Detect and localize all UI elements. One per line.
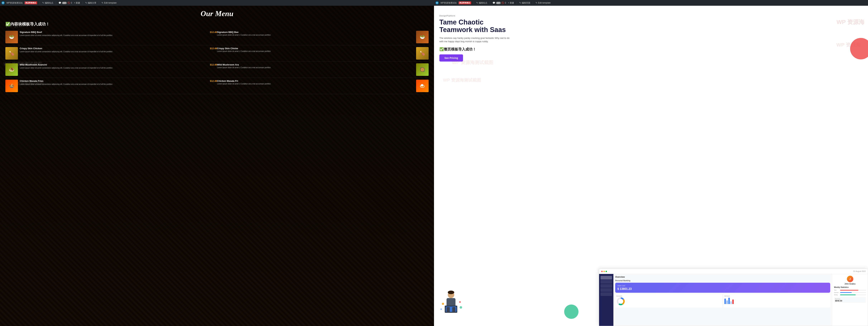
stat-fill-taxi	[840, 290, 858, 291]
edit-page-right[interactable]: ✎ 编辑页面	[519, 1, 530, 4]
edit-site-right[interactable]: ✎ 编辑站点	[476, 1, 487, 4]
food-img-masala-r: 🍛	[416, 79, 429, 92]
pending-right: 🚫	[501, 2, 504, 4]
menu-item-masala-r: Chicken Masala Fri Lorem ipsum dolor sit…	[217, 78, 429, 94]
sidebar-item-sectors[interactable]	[600, 288, 612, 292]
item-price-3: $12.48	[210, 63, 217, 66]
menu-item-img-masala-r: 🍛	[416, 79, 429, 92]
edit-template-right[interactable]: ✎ Edit template	[535, 2, 551, 4]
weekly-stats-title: Weekly Statistics	[834, 286, 866, 288]
divider-r1	[473, 1, 474, 4]
menu-item-img-bbq-r: 🥗	[416, 31, 429, 43]
divider-1	[39, 1, 40, 4]
avatar: J	[847, 276, 853, 282]
stat-label-services: Services	[724, 295, 829, 297]
dot-green	[606, 271, 607, 272]
person-svg	[439, 290, 463, 315]
menu-item-info-bbq: Signature BBQ Beef $12.48 Lorem ipsum do…	[20, 31, 217, 36]
menu-item-masala: 🍲 Chicken Masala Fries $12.48 Lorem ipsu…	[5, 78, 217, 94]
item-desc-4r: Lorem ipsum dolor sit amet c Curabitur a…	[217, 83, 414, 85]
wp-logo-left[interactable]: W	[1, 1, 5, 4]
mockup-right-panel: J John Gnabry Weekly Statistics Taxi	[832, 274, 868, 326]
item-price-2: $12.48	[210, 47, 217, 50]
comments-right[interactable]: 💬 207 🚫 0	[493, 2, 506, 4]
menu-grid: 🥗 Signature BBQ Beef $12.48 Lorem ipsum …	[5, 29, 429, 94]
food-img-bbq-r: 🥗	[416, 31, 429, 43]
item-price-1: $12.48	[210, 31, 217, 33]
sidebar-item-consolidations[interactable]	[600, 284, 612, 288]
stat-label-accounts: Accounts	[616, 295, 721, 297]
sidebar-item-settings[interactable]	[600, 292, 612, 296]
stat-label-games: Games	[834, 292, 839, 293]
menu-item-img-chicken: 🍗	[5, 47, 18, 60]
item-desc-1: Lorem ipsum dolor sit amet consectetur a…	[20, 34, 217, 36]
site-name-right[interactable]: WP资源海测试站	[440, 1, 457, 4]
bar-chart	[724, 297, 829, 304]
edit-article-icon: ✎	[85, 2, 87, 4]
saas-title-line2: Teamwork with Saas	[439, 26, 506, 33]
food-img-mushroom: 🧆	[5, 63, 18, 76]
mockup-main: Overview Personal Banking Debit Card $ 1…	[613, 274, 832, 326]
item-desc-1r: Lorem ipsum dolor sit amet c Curabitur a…	[217, 34, 414, 36]
debit-card: Debit Card $ 13801.23	[615, 283, 830, 293]
new-left[interactable]: + 新建	[74, 1, 80, 4]
wp-icon-right: W	[435, 1, 439, 4]
saas-watermark-4: WP 资源海测试截图	[443, 77, 481, 83]
item-name-2: Crispy Skin Chicken	[20, 47, 42, 50]
wp-icon-left: W	[1, 1, 5, 4]
stat-label-study: Study	[834, 294, 839, 296]
donut-chart	[616, 297, 625, 306]
stat-row-taxi: Taxi	[834, 289, 866, 291]
svg-rect-6	[452, 307, 456, 313]
menu-item-header-masala-r: Chicken Masala Fri	[217, 79, 414, 83]
edit-template-icon-left: ✎	[101, 2, 103, 4]
see-pricing-button[interactable]: See Pricing	[439, 55, 463, 62]
wp-logo-right[interactable]: W	[435, 1, 439, 4]
menu-content: Our Menu ✅内容块模板导入成功！ 🥗 Signature BBQ Bee…	[0, 6, 434, 98]
success-message-right: ✅整页模板导入成功！	[439, 47, 863, 52]
sidebar-item-dashboard[interactable]	[600, 276, 612, 280]
right-admin-bar-items: W WP资源海测试站 商店即将推出 ✎ 编辑站点 💬 207 🚫 0 + 新建 …	[435, 1, 867, 4]
item-name-3r: Wild Mushroom Ara	[217, 63, 239, 66]
item-desc-2: Lorem ipsum dolor sit amet consectetur a…	[20, 51, 217, 53]
stat-track-games	[840, 292, 866, 293]
item-name-4: Chicken Masala Fries	[20, 79, 43, 82]
svg-point-1	[448, 291, 454, 294]
dashboard-mockup: 31 August 2022 Overview	[599, 269, 868, 326]
card-label: Debit Card	[617, 285, 828, 287]
see-pricing-area: See Pricing	[439, 55, 863, 65]
comment-icon-left: 💬	[59, 2, 61, 4]
mockup-sidebar	[599, 274, 613, 326]
illustration-area	[439, 290, 463, 315]
edit-template-left[interactable]: ✎ Edit template	[101, 2, 117, 4]
item-name-3: Wild Mushroom Arancini	[20, 63, 47, 66]
menu-item-info-mushroom-r: Wild Mushroom Ara Lorem ipsum dolor sit …	[217, 63, 414, 69]
menu-item-img-mushroom: 🧆	[5, 63, 18, 76]
stat-fill-study	[840, 294, 856, 295]
item-desc-3: Lorem ipsum dolor sit amet consectetur a…	[20, 67, 217, 69]
menu-item-header-mushroom: Wild Mushroom Arancini $12.48	[20, 63, 217, 67]
comments-left[interactable]: 💬 207 🚫 0	[59, 2, 72, 4]
site-name-left[interactable]: WP资源海测试站	[6, 1, 23, 4]
stat-track-study	[840, 294, 866, 295]
stats-row: Accounts Services	[615, 294, 830, 307]
menu-title: Our Menu	[5, 9, 429, 18]
menu-item: 🥗 Signature BBQ Beef $12.48 Lorem ipsum …	[5, 29, 217, 45]
edit-site-left[interactable]: ✎ 编辑站点	[42, 1, 53, 4]
banking-amount: $840.00	[835, 300, 865, 302]
mockup-date: 31 August 2022	[853, 270, 866, 272]
edit-article-left[interactable]: ✎ 编辑文章	[85, 1, 96, 4]
edit-page-icon: ✎	[519, 2, 521, 4]
site-badge-left: 商店即将推出	[25, 1, 37, 4]
svg-point-7	[442, 303, 444, 305]
menu-item-header-r1: Signature BBQ Bee	[217, 31, 414, 34]
item-desc-2r: Lorem ipsum dolor sit amet c Curabitur a…	[217, 50, 414, 53]
new-right[interactable]: + 新建	[508, 1, 514, 4]
menu-item-chicken: 🍗 Crispy Skin Chicken $12.48 Lorem ipsum…	[5, 45, 217, 62]
food-img-mushroom-r: 🥘	[416, 63, 429, 76]
svg-point-9	[459, 301, 461, 303]
sidebar-item-reports[interactable]	[600, 280, 612, 284]
svg-rect-5	[446, 307, 450, 313]
menu-item-header-chicken: Crispy Skin Chicken $12.48	[20, 47, 217, 51]
item-name-4r: Chicken Masala Fri	[217, 79, 238, 82]
